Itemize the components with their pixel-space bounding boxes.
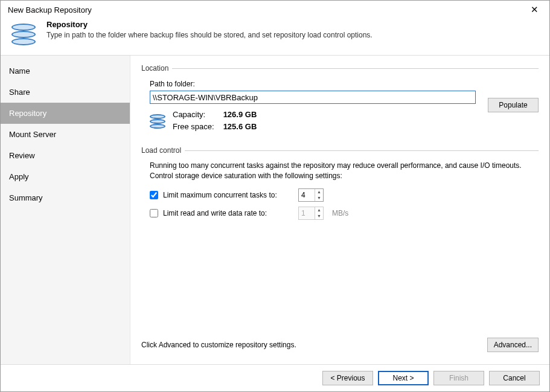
sidebar-item-share[interactable]: Share — [1, 82, 130, 103]
limit-tasks-up-icon[interactable]: ▲ — [315, 189, 323, 195]
populate-button[interactable]: Populate — [488, 98, 539, 112]
sidebar-item-review[interactable]: Review — [1, 145, 130, 166]
header-title: Repository — [46, 20, 373, 29]
sidebar-item-repository[interactable]: Repository — [1, 103, 130, 124]
advanced-button[interactable]: Advanced... — [487, 338, 539, 352]
free-space-label: Free space: — [173, 121, 221, 133]
limit-tasks-down-icon[interactable]: ▼ — [315, 195, 323, 201]
header-subtitle: Type in path to the folder where backup … — [46, 31, 373, 39]
location-legend: Location — [141, 64, 172, 72]
main-panel: Location Path to folder: Capacity: 126.9… — [130, 56, 549, 364]
close-icon[interactable]: ✕ — [527, 4, 542, 15]
footer: < Previous Next > Finish Cancel — [1, 364, 549, 391]
advanced-hint: Click Advanced to customize repository s… — [141, 341, 296, 349]
sidebar-item-summary[interactable]: Summary — [1, 187, 130, 208]
titlebar: New Backup Repository ✕ — [1, 1, 549, 18]
limit-tasks-label: Limit maximum concurrent tasks to: — [163, 191, 293, 199]
limit-tasks-checkbox[interactable] — [150, 191, 158, 199]
path-label: Path to folder: — [141, 79, 539, 91]
capacity-value: 126.9 GB — [223, 110, 257, 119]
window-title: New Backup Repository — [8, 5, 92, 14]
sidebar-item-mount-server[interactable]: Mount Server — [1, 124, 130, 145]
path-input[interactable] — [150, 91, 476, 104]
cancel-button[interactable]: Cancel — [489, 371, 540, 385]
location-group: Location Path to folder: Capacity: 126.9… — [141, 64, 539, 140]
sidebar-item-apply[interactable]: Apply — [1, 166, 130, 187]
dialog-window: New Backup Repository ✕ Repository Type … — [0, 0, 550, 392]
limit-tasks-input[interactable] — [299, 189, 315, 201]
sidebar-item-name[interactable]: Name — [1, 60, 130, 82]
next-button[interactable]: Next > — [378, 371, 429, 385]
limit-rate-input — [299, 207, 315, 219]
limit-tasks-stepper[interactable]: ▲ ▼ — [298, 188, 324, 202]
repository-icon — [9, 20, 38, 49]
body: Name Share Repository Mount Server Revie… — [1, 56, 549, 364]
previous-button[interactable]: < Previous — [322, 371, 373, 385]
load-control-description: Running too many concurrent tasks agains… — [141, 161, 539, 186]
wizard-header: Repository Type in path to the folder wh… — [1, 18, 549, 56]
storage-icon — [150, 113, 165, 129]
limit-rate-label: Limit read and write data rate to: — [163, 209, 293, 217]
limit-rate-stepper: ▲ ▼ — [298, 207, 324, 220]
load-control-legend: Load control — [141, 146, 185, 155]
finish-button: Finish — [433, 371, 484, 385]
limit-rate-up-icon: ▲ — [315, 207, 323, 213]
capacity-label: Capacity: — [173, 109, 221, 121]
free-space-value: 125.6 GB — [223, 122, 257, 131]
load-control-group: Load control Running too many concurrent… — [141, 146, 539, 227]
limit-rate-checkbox[interactable] — [150, 209, 158, 217]
limit-rate-unit: MB/s — [332, 209, 348, 217]
wizard-steps-sidebar: Name Share Repository Mount Server Revie… — [1, 56, 130, 364]
limit-rate-down-icon: ▼ — [315, 213, 323, 219]
